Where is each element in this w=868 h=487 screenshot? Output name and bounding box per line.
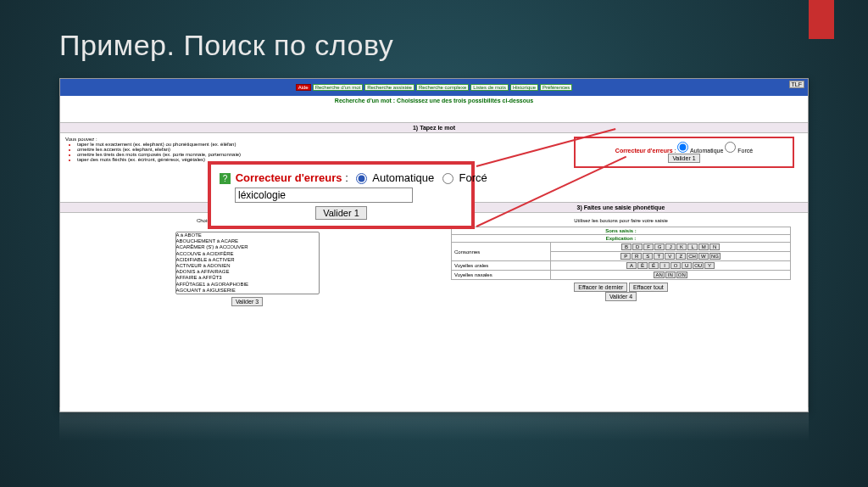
key-button[interactable]: Y: [704, 262, 715, 269]
key-button[interactable]: N: [709, 244, 720, 250]
auto-radio-small[interactable]: [677, 142, 688, 153]
nav-recherche-complexe[interactable]: Recherche complexe: [416, 84, 469, 91]
vo-keys[interactable]: AÈÉIOUOUY: [554, 262, 787, 269]
key-button[interactable]: NG: [709, 253, 721, 260]
key-button[interactable]: U: [682, 262, 692, 269]
effacer-dernier-button[interactable]: Effacer le dernier: [574, 283, 627, 292]
key-button[interactable]: Z: [676, 253, 686, 260]
key-button[interactable]: J: [665, 244, 676, 250]
embedded-screenshot: Aide Recherche d'un mot Recherche assist…: [59, 78, 809, 412]
list-item: AGOUANT à AIGUISERIE: [176, 288, 319, 294]
section1-head: 1) Tapez le mot: [60, 122, 808, 133]
key-button[interactable]: IN: [665, 271, 676, 278]
key-button[interactable]: S: [643, 253, 653, 260]
correcteur-label-big: Correcteur d'erreurs: [236, 171, 342, 184]
nav-recherche-mot[interactable]: Recherche d'un mot: [313, 84, 364, 91]
sons-row: Sons saisis :: [452, 227, 791, 235]
search-input[interactable]: [235, 188, 413, 203]
list-item: ACARÊMER (S') à ACCOUVER: [176, 244, 319, 250]
key-button[interactable]: CH: [687, 253, 698, 260]
nav-listes[interactable]: Listes de mots: [470, 84, 509, 91]
valider4-button[interactable]: Valider 4: [605, 292, 637, 301]
correcteur-callout: ? Correcteur d'erreurs : Automatique For…: [208, 161, 475, 229]
list-item: ADONIS à AFFAIRAGE: [176, 269, 319, 275]
key-button[interactable]: R: [632, 253, 642, 260]
key-button[interactable]: V: [665, 253, 675, 260]
effacer-tout-button[interactable]: Effacer tout: [629, 283, 668, 292]
vn-keys[interactable]: ANINON: [554, 271, 787, 278]
help-icon[interactable]: ?: [220, 173, 231, 184]
key-button[interactable]: M: [698, 244, 709, 250]
force-label-big: Forcé: [459, 171, 487, 184]
auto-label-big: Automatique: [372, 171, 434, 184]
list-item: AFFÛTAGE1 à AGORAPHOBIE: [176, 282, 319, 288]
correcteur-label: Correcteur d'erreurs: [615, 148, 673, 154]
auto-radio[interactable]: [356, 173, 367, 184]
key-button[interactable]: T: [654, 253, 664, 260]
key-button[interactable]: I: [659, 262, 670, 269]
top-nav: Aide Recherche d'un mot Recherche assist…: [296, 84, 573, 91]
tlf-badge: TLF: [789, 81, 804, 88]
auto-label: Automatique: [690, 148, 723, 154]
nav-historique[interactable]: Historique: [510, 84, 538, 91]
list-item: ACCOUVE à ACIDIFÈRE: [176, 251, 319, 257]
slide-title: Пример. Поиск по слову: [59, 29, 393, 62]
key-button[interactable]: F: [643, 244, 654, 250]
force-radio[interactable]: [442, 173, 453, 184]
valider1-button[interactable]: Valider 1: [315, 206, 367, 220]
key-button[interactable]: W: [698, 253, 709, 260]
valider3-button[interactable]: Valider 3: [231, 297, 263, 306]
force-label: Forcé: [737, 148, 753, 154]
slide-accent: [809, 0, 834, 39]
list-item: A à ABOTE: [176, 232, 319, 238]
key-button[interactable]: P: [620, 253, 631, 260]
expl-row: Explication :: [452, 235, 791, 243]
nav-aide[interactable]: Aide: [296, 84, 311, 91]
key-button[interactable]: O: [670, 262, 681, 269]
key-button[interactable]: A: [626, 262, 637, 269]
key-button[interactable]: ON: [676, 271, 687, 278]
list-item: ACIDIFIABLE à ACTIVER: [176, 257, 319, 263]
key-button[interactable]: D: [632, 244, 643, 250]
list-item: ACTIVEUR à ADONIEN: [176, 263, 319, 269]
list-item: AFFAIRE à AFFÛT3: [176, 275, 319, 281]
key-button[interactable]: L: [687, 244, 698, 250]
top-bar: Aide Recherche d'un mot Recherche assist…: [60, 79, 808, 96]
correcteur-box-small: Correcteur d'erreurs : Automatique Forcé…: [574, 137, 794, 168]
nav-recherche-assistee[interactable]: Recherche assistée: [364, 84, 415, 91]
key-button[interactable]: G: [654, 244, 665, 250]
slide-shadow: [59, 407, 809, 441]
force-radio-small[interactable]: [725, 142, 736, 153]
key-button[interactable]: AN: [654, 271, 664, 278]
cons-keys-1[interactable]: BDFGJKLMN: [554, 244, 787, 250]
page-subtitle: Recherche d'un mot : Choisissez une des …: [60, 96, 808, 105]
cons-keys-2[interactable]: PRSTVZCHWNG: [554, 253, 787, 260]
key-button[interactable]: OU: [693, 262, 704, 269]
svg-rect-0: [59, 407, 809, 441]
key-button[interactable]: È: [637, 262, 648, 269]
key-button[interactable]: K: [676, 244, 687, 250]
alpha-listbox[interactable]: A à ABOTE ABOUCHEMENT à ACARE ACARÊMER (…: [175, 232, 320, 294]
nav-preferences[interactable]: Préférences: [540, 84, 572, 91]
key-button[interactable]: B: [621, 244, 632, 250]
key-button[interactable]: É: [648, 262, 659, 269]
phonetic-panel: Utilisez les boutons pour faire votre sa…: [434, 213, 808, 306]
section3-head: 3) Faites une saisie phonétique: [434, 202, 808, 213]
valider1-button-small[interactable]: Valider 1: [668, 154, 699, 163]
